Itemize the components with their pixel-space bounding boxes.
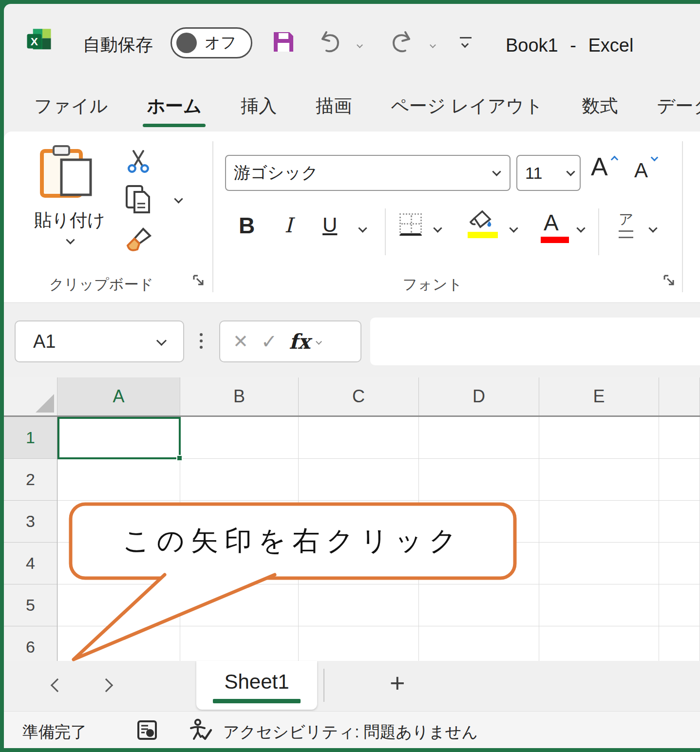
grid-cell[interactable] [539, 543, 659, 584]
row-header-3[interactable]: 3 [4, 501, 57, 543]
tab-page-layout[interactable]: ページ レイアウト [375, 81, 558, 132]
tab-data[interactable]: データ [642, 81, 700, 132]
tab-insert[interactable]: 挿入 [225, 81, 292, 132]
font-name-value: 游ゴシック [234, 162, 318, 184]
format-painter-button[interactable] [124, 227, 152, 255]
grid-cell[interactable] [659, 543, 700, 584]
grid-cell[interactable] [539, 626, 659, 661]
row-header-1[interactable]: 1 [4, 417, 57, 459]
font-color-button[interactable]: A [544, 209, 559, 236]
selected-cell-A1[interactable] [57, 417, 181, 459]
grid-cell[interactable] [180, 626, 299, 661]
grid-cell[interactable] [539, 417, 659, 459]
autosave-toggle[interactable]: オフ [170, 27, 252, 58]
grid-cell[interactable] [180, 584, 299, 626]
grid-cell[interactable] [539, 459, 659, 501]
clipboard-dialog-launcher[interactable] [192, 274, 206, 289]
column-header-B[interactable]: B [180, 377, 299, 415]
phonetic-guide-button[interactable]: ア [619, 209, 634, 238]
paste-button[interactable] [39, 145, 95, 200]
tab-draw[interactable]: 描画 [300, 81, 367, 132]
fill-color-button[interactable] [467, 209, 494, 233]
column-header-F[interactable] [659, 377, 700, 415]
grid-cell[interactable] [299, 584, 419, 626]
grid-cell[interactable] [539, 501, 659, 543]
grid-cell[interactable] [299, 417, 419, 459]
add-sheet-button[interactable]: + [390, 668, 405, 698]
grid-cell[interactable] [659, 417, 700, 459]
column-header-A[interactable]: A [57, 377, 180, 415]
font-size-combo[interactable]: 11 [516, 155, 581, 191]
row-header-5[interactable]: 5 [4, 584, 57, 626]
grid-cell[interactable] [539, 584, 659, 626]
grid-cell[interactable] [57, 584, 180, 626]
ready-status: 準備完了 [22, 721, 87, 743]
enter-button[interactable]: ✓ [261, 330, 278, 353]
grid-cell[interactable] [57, 626, 180, 661]
document-title: Book1 - Excel [506, 35, 633, 56]
accessibility-checker-button[interactable] [189, 718, 213, 745]
grow-font-button[interactable]: A [591, 152, 608, 181]
tab-file[interactable]: ファイル [19, 81, 123, 132]
redo-button[interactable] [390, 29, 415, 56]
grid-cell[interactable] [659, 584, 700, 626]
borders-dropdown-icon[interactable] [433, 224, 442, 232]
phonetic-dropdown-icon[interactable] [648, 224, 657, 232]
paste-dropdown-icon[interactable] [66, 235, 75, 244]
cut-button[interactable] [127, 149, 150, 175]
grid-cell[interactable] [299, 459, 419, 501]
fill-handle[interactable] [176, 455, 183, 461]
grid-cell[interactable] [659, 626, 700, 661]
macro-record-button[interactable] [136, 719, 158, 743]
copy-dropdown-icon[interactable] [174, 194, 183, 203]
tab-home[interactable]: ホーム [131, 81, 217, 132]
copy-icon [125, 184, 152, 213]
paste-label[interactable]: 貼り付け [23, 208, 116, 232]
formula-input[interactable] [370, 318, 700, 365]
grid-cell[interactable] [419, 584, 539, 626]
cancel-button[interactable]: ✕ [233, 331, 248, 352]
grid-cell[interactable] [299, 626, 419, 661]
copy-button[interactable] [125, 184, 152, 215]
grid-cell[interactable] [57, 459, 180, 501]
font-dialog-launcher[interactable] [662, 274, 676, 289]
row-header-6[interactable]: 6 [4, 626, 57, 661]
bold-button[interactable]: B [239, 212, 255, 239]
underline-dropdown-icon[interactable] [358, 224, 367, 232]
insert-function-button[interactable]: fx [289, 330, 310, 354]
row-header-2[interactable]: 2 [4, 459, 57, 501]
prev-sheet-arrow[interactable] [51, 678, 64, 692]
column-header-C[interactable]: C [299, 377, 419, 415]
grid-cell[interactable] [419, 459, 539, 501]
fill-color-dropdown-icon[interactable] [509, 224, 518, 232]
formula-bar-row: A1 ✕ ✓ fx [4, 303, 700, 377]
grid-cell[interactable] [419, 417, 539, 459]
column-header-D[interactable]: D [419, 377, 539, 415]
name-box[interactable]: A1 [15, 320, 184, 362]
undo-dropdown-icon[interactable] [357, 42, 363, 48]
sheet-tab-sheet1[interactable]: Sheet1 [196, 661, 317, 710]
accessibility-status[interactable]: アクセシビリティ: 問題ありません [223, 721, 478, 743]
next-sheet-arrow[interactable] [99, 678, 113, 692]
row-header-4[interactable]: 4 [4, 543, 57, 584]
italic-button[interactable]: I [284, 213, 293, 237]
row-6: 6 [4, 626, 700, 661]
grid-cell[interactable] [180, 459, 299, 501]
undo-button[interactable] [317, 29, 342, 56]
grid-cell[interactable] [419, 626, 539, 661]
borders-button[interactable] [399, 213, 422, 236]
select-all-corner[interactable] [4, 377, 57, 415]
shrink-font-button[interactable]: A [634, 159, 648, 182]
tab-formulas[interactable]: 数式 [567, 81, 634, 132]
paste-clipboard-icon [39, 145, 95, 198]
grid-cell[interactable] [659, 501, 700, 543]
font-name-combo[interactable]: 游ゴシック [225, 155, 511, 191]
grid-cell[interactable] [659, 459, 700, 501]
save-button[interactable] [271, 29, 296, 56]
redo-dropdown-icon[interactable] [430, 42, 436, 48]
grid-cell[interactable] [180, 417, 299, 459]
font-color-dropdown-icon[interactable] [576, 224, 585, 232]
underline-button[interactable]: U [322, 213, 337, 237]
drag-handle-dots-icon[interactable] [200, 333, 203, 349]
column-header-E[interactable]: E [539, 377, 659, 415]
